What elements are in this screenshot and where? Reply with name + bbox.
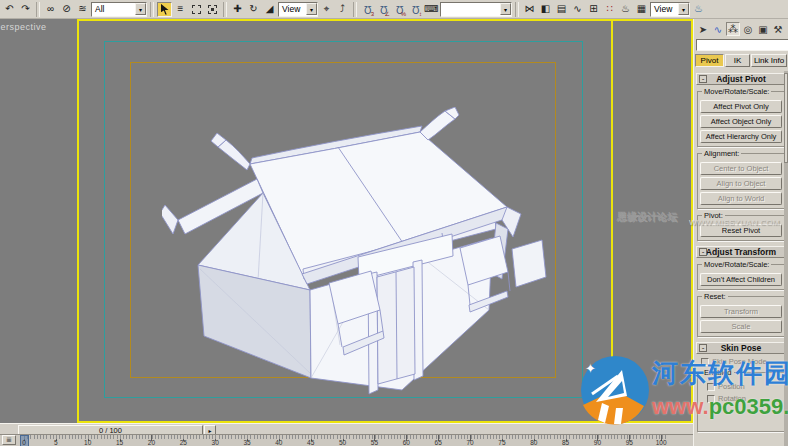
select-and-rotate-icon[interactable]: ↻ (246, 2, 261, 17)
selection-filter-dropdown[interactable]: All▾ (91, 2, 147, 17)
unlink-selection-icon[interactable]: ⊘ (59, 2, 74, 17)
align-to-object-button[interactable]: Align to Object (700, 177, 782, 190)
rectangular-selection-region-icon[interactable] (189, 2, 204, 17)
dropdown-value: View (654, 4, 672, 14)
ruler-tick-label: 95 (626, 439, 633, 446)
display-tab-icon[interactable]: ▣ (756, 22, 770, 36)
main-toolbar: ↶↷∞⊘≋All▾≡✚↻◢View▾⌖⤴Ω3Ω∠Ω%Ω↕⌨▾⋈◧▤∿⊞∷♨▦Vi… (0, 0, 788, 19)
collapse-icon[interactable]: - (699, 75, 707, 83)
mirror-icon[interactable]: ⋈ (522, 2, 537, 17)
group-label: Reset: (702, 292, 728, 301)
render-view-dropdown[interactable]: View▾ (650, 2, 690, 17)
select-and-scale-icon[interactable]: ◢ (262, 2, 277, 17)
rotation-checkbox[interactable]: Rotation (707, 394, 782, 403)
curve-editor-icon[interactable]: ∿ (570, 2, 585, 17)
ruler-tick-label: 50 (339, 439, 346, 446)
skin-pose-mode-checkbox[interactable]: Skin Pose Mode (701, 357, 788, 366)
group-label: Alignment: (702, 149, 741, 158)
chevron-down-icon[interactable]: ▾ (500, 3, 511, 15)
tab-link-info[interactable]: Link Info (751, 54, 787, 67)
position-checkbox[interactable]: Position (707, 382, 782, 391)
object-name-field[interactable] (696, 39, 788, 51)
collapse-icon[interactable]: - (699, 248, 707, 256)
select-and-manipulate-icon[interactable]: ⤴ (335, 2, 350, 17)
modify-tab-icon[interactable]: ∿ (711, 22, 725, 36)
chevron-down-icon[interactable]: ▾ (306, 3, 317, 15)
select-and-move-icon[interactable]: ✚ (230, 2, 245, 17)
ruler-tick-label: 25 (180, 439, 187, 446)
time-slider-track[interactable]: 0 / 100 ▸ (0, 423, 693, 434)
schematic-view-icon[interactable]: ⊞ (586, 2, 601, 17)
checkbox-box[interactable] (707, 395, 715, 403)
hierarchy-subtabs: PivotIKLink Info (694, 52, 788, 68)
checkbox-box[interactable] (707, 383, 715, 391)
ruler-tick-label: 20 (148, 439, 155, 446)
percent-snap-icon[interactable]: Ω% (392, 2, 407, 17)
checkbox-box[interactable] (701, 358, 709, 366)
reset-scale-button[interactable]: Scale (700, 320, 782, 333)
select-by-name-icon[interactable]: ≡ (173, 2, 188, 17)
bind-to-space-warp-icon[interactable]: ≋ (75, 2, 90, 17)
tab-ik[interactable]: IK (725, 54, 750, 67)
mini-curve-editor-button[interactable]: ≣ (2, 435, 16, 445)
dropdown-value: View (282, 4, 300, 14)
create-tab-icon[interactable]: ➤ (696, 22, 710, 36)
affect-hierarchy-only-button[interactable]: Affect Hierarchy Only (700, 130, 782, 143)
safe-frame-live-edge (611, 21, 613, 421)
tab-pivot[interactable]: Pivot (695, 54, 724, 67)
chevron-down-icon[interactable]: ▾ (135, 3, 146, 15)
undo-icon[interactable]: ↶ (2, 2, 17, 17)
layer-manager-icon[interactable]: ▤ (554, 2, 569, 17)
rollout-skin-pose[interactable]: - Skin Pose (696, 342, 786, 354)
collapse-icon[interactable]: - (699, 344, 707, 352)
chevron-down-icon[interactable]: ▾ (678, 3, 689, 15)
ruler-tick-label: 100 (656, 439, 667, 446)
affect-object-only-button[interactable]: Affect Object Only (700, 115, 782, 128)
named-selection-sets-dropdown[interactable]: ▾ (440, 2, 512, 17)
affect-pivot-only-button[interactable]: Affect Pivot Only (700, 100, 782, 113)
track-bar-ruler[interactable]: 0510152025303540455055606570758085909510… (0, 434, 693, 446)
select-object-button[interactable] (157, 2, 172, 17)
ruler-tick-label: 60 (403, 439, 410, 446)
left-viewport-strip[interactable]: Perspective (0, 19, 77, 423)
spinner-snap-icon[interactable]: Ω↕ (408, 2, 423, 17)
checkbox-label: Position (718, 382, 745, 391)
material-editor-icon[interactable]: ∷ (602, 2, 617, 17)
toolbar-separator (36, 2, 40, 17)
toolbar-separator (515, 2, 519, 17)
perspective-viewport[interactable]: 思缘设计论坛 (77, 19, 693, 423)
ruler-tick-label: 10 (84, 439, 91, 446)
hierarchy-tab-icon[interactable]: ⁂ (726, 22, 740, 36)
align-icon[interactable]: ◧ (538, 2, 553, 17)
quick-render-icon[interactable]: ♨ (691, 2, 706, 17)
reference-coordinate-dropdown[interactable]: View▾ (278, 2, 318, 17)
scrollbar-thumb[interactable] (784, 73, 788, 163)
keyboard-override-icon[interactable]: ⌨ (424, 2, 439, 17)
ruler-tick-label: 0 (22, 439, 26, 446)
rollout-adjust-pivot[interactable]: - Adjust Pivot (696, 73, 786, 85)
reset-transform-button[interactable]: Transform (700, 305, 782, 318)
checkbox-label: Rotation (718, 394, 746, 403)
center-to-object-button[interactable]: Center to Object (700, 162, 782, 175)
ruler-tick-label: 30 (212, 439, 219, 446)
dont-affect-children-button[interactable]: Don't Affect Children (700, 273, 782, 286)
group-label: Move/Rotate/Scale: (702, 87, 771, 96)
panel-scrollbar[interactable] (784, 71, 788, 446)
align-to-world-button[interactable]: Align to World (700, 192, 782, 205)
motion-tab-icon[interactable]: ◎ (741, 22, 755, 36)
select-and-link-icon[interactable]: ∞ (43, 2, 58, 17)
window-crossing-toggle-icon[interactable] (205, 2, 220, 17)
utilities-tab-icon[interactable]: ⚒ (771, 22, 785, 36)
redo-icon[interactable]: ↷ (18, 2, 33, 17)
dropdown-value: All (95, 4, 104, 14)
rollout-adjust-transform[interactable]: - Adjust Transform (696, 246, 786, 258)
render-setup-icon[interactable]: ♨ (618, 2, 633, 17)
house-model[interactable] (162, 107, 562, 397)
snap-toggle-icon[interactable]: Ω3 (360, 2, 375, 17)
rollout-title: Adjust Transform (706, 247, 776, 257)
render-frame-icon[interactable]: ▦ (634, 2, 649, 17)
use-pivot-center-icon[interactable]: ⌖ (319, 2, 334, 17)
toolbar-separator (150, 2, 154, 17)
angle-snap-icon[interactable]: Ω∠ (376, 2, 391, 17)
ruler-tick-label: 65 (435, 439, 442, 446)
